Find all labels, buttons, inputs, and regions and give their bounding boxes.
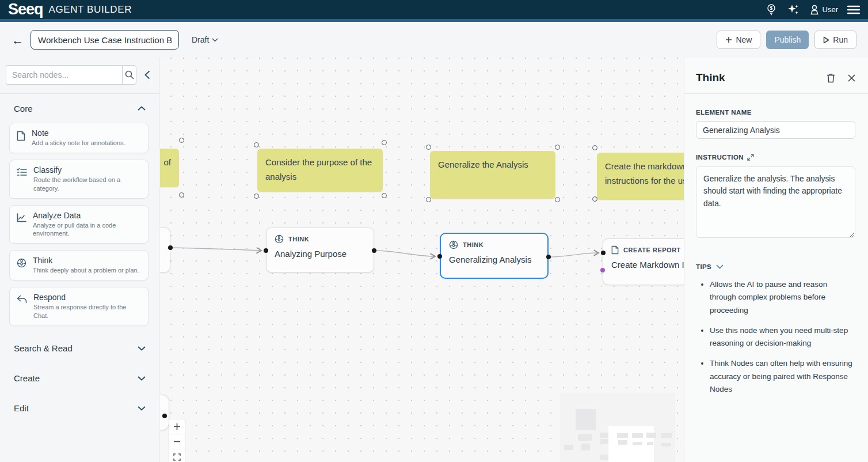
node-type-label: CREATE REPORT: [623, 247, 681, 253]
node-palette-sidebar: Core Note Add a sticky note for annotati…: [0, 58, 159, 462]
delete-node-button[interactable]: [827, 73, 835, 83]
note-resize-handle[interactable]: [382, 193, 387, 198]
section-edit[interactable]: Edit: [0, 401, 159, 416]
note-resize-handle[interactable]: [254, 194, 259, 199]
node-title: Create Markdown Ins: [611, 260, 684, 270]
analyze-data-icon: [17, 213, 26, 222]
note-resize-handle[interactable]: [426, 145, 431, 150]
chevron-left-icon: [144, 70, 150, 79]
input-port[interactable]: [601, 251, 606, 255]
flow-node-generalizing-analysis[interactable]: THINK Generalizing Analysis: [440, 233, 549, 279]
flow-node-create-report[interactable]: CREATE REPORT Create Markdown Ins: [603, 238, 684, 285]
zoom-in-button[interactable]: [169, 419, 185, 434]
back-button[interactable]: ←: [12, 34, 24, 46]
note-resize-handle[interactable]: [382, 140, 387, 145]
note-resize-handle[interactable]: [254, 142, 259, 147]
fit-view-button[interactable]: [169, 449, 185, 462]
node-type-label: THINK: [463, 241, 484, 248]
fit-view-icon: [173, 453, 181, 461]
seeq-logo: Seeq: [8, 1, 43, 18]
respond-reply-icon: [17, 295, 27, 304]
note-resize-handle[interactable]: [555, 145, 560, 150]
workflow-canvas[interactable]: of Consider the purpose of the analysis …: [159, 58, 684, 462]
tip-item: Think Nodes can often help with ensuring…: [710, 357, 855, 396]
status-label: Draft: [192, 35, 209, 44]
page-title: AGENT BUILDER: [49, 4, 132, 16]
zoom-out-button[interactable]: [169, 434, 185, 449]
node-type-label: THINK: [288, 236, 309, 243]
close-panel-button[interactable]: [848, 74, 855, 82]
element-name-label: ELEMENT NAME: [696, 109, 855, 116]
note-resize-handle[interactable]: [555, 197, 560, 202]
chevron-down-icon: [138, 376, 146, 381]
note-resize-handle[interactable]: [592, 196, 597, 202]
tips-list: Allows the AI to pause and reason throug…: [710, 278, 855, 396]
element-name-input[interactable]: [696, 121, 855, 139]
chevron-down-icon: [138, 346, 146, 351]
sticky-note-generalize[interactable]: Generalize the Analysis: [430, 151, 555, 199]
section-create[interactable]: Create: [0, 371, 159, 386]
user-icon: [809, 4, 820, 16]
hamburger-menu-icon[interactable]: [847, 5, 860, 14]
section-core[interactable]: Core: [0, 101, 159, 116]
collapse-sidebar-button[interactable]: [144, 70, 150, 79]
output-port[interactable]: [546, 255, 551, 259]
flow-node-partial[interactable]: [159, 228, 170, 272]
edge-3: [549, 253, 599, 257]
input-port[interactable]: [264, 248, 268, 253]
tips-toggle[interactable]: TIPS: [696, 263, 855, 270]
output-port[interactable]: [372, 248, 376, 253]
palette-item-think[interactable]: Think Think deeply about a problem or pl…: [9, 250, 149, 281]
divider: [0, 93, 159, 94]
input-port-purple[interactable]: [600, 268, 605, 272]
instruction-textarea[interactable]: Generalize the analysis. The analysis sh…: [696, 166, 855, 238]
output-port[interactable]: [162, 414, 167, 418]
note-resize-handle[interactable]: [426, 197, 431, 202]
edge-2: [374, 251, 435, 256]
tip-item: Use this node when you need multi-step r…: [710, 324, 855, 350]
sticky-note-partial[interactable]: of: [159, 149, 179, 187]
sticky-note-create-markdown[interactable]: Create the markdown instructions for the…: [597, 153, 684, 200]
palette-item-classify[interactable]: Classify Route the workflow based on a c…: [9, 160, 149, 199]
minimap[interactable]: [560, 393, 675, 462]
search-input[interactable]: [6, 65, 122, 85]
note-resize-handle[interactable]: [179, 138, 184, 143]
palette-item-respond[interactable]: Respond Stream a response directly to th…: [9, 287, 149, 326]
toolbar: ← Draft New Publish Run: [0, 22, 868, 58]
sparkles-icon[interactable]: [786, 3, 800, 17]
palette-item-analyze-data[interactable]: Analyze Data Analyze or pull data in a c…: [9, 205, 149, 244]
think-brain-icon: [449, 240, 458, 249]
flow-node-analyzing-purpose[interactable]: THINK Analyzing Purpose: [266, 228, 374, 272]
think-brain-icon: [275, 234, 284, 244]
node-title: Analyzing Purpose: [275, 249, 366, 259]
app-header: Seeq AGENT BUILDER User: [0, 0, 868, 19]
sticky-note-consider-purpose[interactable]: Consider the purpose of the analysis: [257, 149, 383, 192]
lightbulb-dollar-icon[interactable]: [766, 3, 777, 16]
chevron-down-icon: [716, 264, 724, 269]
user-menu[interactable]: User: [809, 4, 838, 16]
run-button[interactable]: Run: [814, 31, 856, 49]
publish-button[interactable]: Publish: [766, 31, 809, 49]
panel-title: Think: [696, 71, 725, 84]
tip-item: Allows the AI to pause and reason throug…: [710, 278, 855, 317]
section-search-and-read[interactable]: Search & Read: [0, 341, 159, 356]
minus-icon: [173, 438, 181, 445]
search-button[interactable]: [122, 65, 136, 85]
note-resize-handle[interactable]: [592, 145, 597, 150]
new-button[interactable]: New: [717, 31, 760, 49]
instruction-label: INSTRUCTION: [696, 154, 855, 161]
palette-item-note[interactable]: Note Add a sticky note for annotations.: [9, 123, 149, 153]
status-dropdown[interactable]: Draft: [192, 35, 218, 44]
node-title: Generalizing Analysis: [449, 255, 539, 264]
classify-icon: [17, 168, 27, 177]
chevron-down-icon: [212, 38, 218, 42]
output-port[interactable]: [168, 245, 173, 250]
divider: [684, 93, 868, 94]
flow-node-partial-bottom[interactable]: [159, 395, 169, 430]
report-document-icon: [611, 245, 619, 255]
edge-1: [170, 248, 261, 251]
expand-icon[interactable]: [747, 154, 754, 161]
note-resize-handle[interactable]: [179, 192, 184, 198]
workflow-name-input[interactable]: [31, 30, 179, 50]
input-port[interactable]: [437, 254, 442, 259]
